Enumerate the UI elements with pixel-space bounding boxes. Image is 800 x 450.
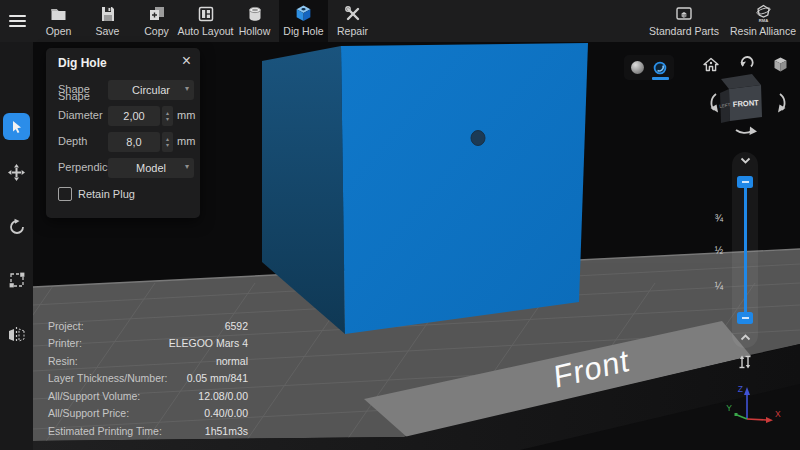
toolbar-open-label: Open: [46, 25, 72, 37]
spinner-down-icon: ▾: [166, 116, 169, 122]
retain-plug-label: Retain Plug: [78, 188, 135, 200]
rotate-left-arrow[interactable]: [711, 94, 719, 113]
move-tool-button[interactable]: [0, 157, 33, 187]
toolbar-dighole-button[interactable]: Dig Hole: [279, 0, 328, 42]
hamburger-icon: [9, 12, 26, 30]
slider-mark-three-quarters: ¾: [711, 213, 727, 224]
tool-sidebar: [0, 42, 33, 450]
toolbar-copy-button[interactable]: Copy: [132, 0, 181, 42]
depth-stepper[interactable]: ▴ ▾: [162, 132, 173, 152]
toolbar-resin-alliance-button[interactable]: RMA Resin Alliance: [728, 0, 798, 42]
rotate-icon: [8, 218, 26, 236]
menu-button[interactable]: [0, 0, 34, 42]
rotate-down-arrow[interactable]: [736, 127, 757, 136]
diameter-input[interactable]: 2,00: [108, 106, 160, 126]
toolbar-standard-parts-label: Standard Parts: [649, 25, 719, 37]
height-adjust-button[interactable]: [737, 354, 753, 370]
auto-layout-icon: [197, 4, 215, 23]
scale-tool-button[interactable]: [0, 265, 33, 295]
dig-hole-cube-icon: [294, 4, 313, 23]
save-floppy-icon: [99, 4, 117, 23]
wireframe-render-icon[interactable]: [653, 61, 667, 75]
dialog-title: Dig Hole: [58, 56, 107, 70]
repair-tools-icon: [344, 4, 362, 23]
dig-hole-marker[interactable]: [471, 131, 485, 146]
retain-plug-checkbox[interactable]: [58, 187, 72, 201]
chevron-down-icon: ▾: [185, 84, 189, 93]
navcube-front-label: FRONT: [733, 98, 760, 109]
height-adjust-icon: [737, 354, 753, 370]
close-icon[interactable]: ×: [182, 52, 191, 70]
shape-select[interactable]: Circular ▾: [108, 80, 194, 100]
depth-input[interactable]: 8,0: [108, 132, 160, 152]
mirror-icon: [7, 326, 26, 344]
diameter-stepper[interactable]: ▴ ▾: [162, 106, 173, 126]
depth-unit: mm: [177, 135, 195, 147]
toolbar-save-button[interactable]: Save: [83, 0, 132, 42]
depth-label: Depth: [58, 135, 87, 147]
copy-pages-icon: [148, 4, 166, 23]
shape-value: Circular: [132, 84, 170, 96]
model-cube[interactable]: [262, 43, 588, 334]
standard-parts-icon: [675, 4, 693, 23]
active-mode-indicator: [652, 77, 669, 80]
toolbar-autolayout-label: Auto Layout: [177, 25, 233, 37]
toolbar-save-label: Save: [96, 25, 120, 37]
slicer-app: Front Open Save: [0, 0, 800, 450]
toolbar-repair-button[interactable]: Repair: [328, 0, 377, 42]
perpendicular-select[interactable]: Model ▾: [108, 158, 194, 178]
diameter-unit: mm: [177, 109, 195, 121]
mirror-tool-button[interactable]: [0, 320, 33, 350]
toolbar-resin-alliance-label: Resin Alliance: [730, 25, 796, 37]
diameter-label: Diameter: [58, 109, 103, 121]
toolbar-hollow-button[interactable]: Hollow: [230, 0, 279, 42]
spinner-down-icon: ▾: [166, 142, 169, 148]
resin-alliance-icon: RMA: [754, 4, 773, 23]
navigation-cube[interactable]: FRONT LEFT: [708, 64, 790, 140]
cube-front-face: [341, 43, 588, 334]
toolbar-standard-parts-button[interactable]: Standard Parts: [640, 0, 728, 42]
shape-label: Shape: [58, 83, 90, 95]
slider-top-handle[interactable]: [737, 176, 753, 188]
render-mode-toggle: [624, 55, 674, 80]
slider-up-chevron[interactable]: [740, 157, 751, 164]
layer-slider-range: [744, 186, 747, 314]
cursor-arrow-icon: [9, 119, 25, 135]
toolbar-dighole-label: Dig Hole: [283, 25, 323, 37]
slider-mark-quarter: ¼: [711, 281, 727, 292]
rotate-tool-button[interactable]: [0, 212, 33, 242]
scale-icon: [8, 271, 26, 289]
slider-down-chevron[interactable]: [740, 334, 751, 341]
open-folder-icon: [49, 4, 68, 23]
toolbar-repair-label: Repair: [337, 25, 368, 37]
hollow-cylinder-icon: [246, 4, 264, 23]
slider-mark-half: ½: [711, 245, 727, 256]
main-toolbar: Open Save Copy Auto Layout Hollow: [0, 0, 800, 42]
select-tool-button[interactable]: [3, 113, 30, 140]
toolbar-open-button[interactable]: Open: [34, 0, 83, 42]
toolbar-copy-label: Copy: [144, 25, 169, 37]
solid-render-icon[interactable]: [631, 61, 644, 74]
slider-bottom-handle[interactable]: [737, 312, 753, 324]
rotate-right-arrow[interactable]: [778, 94, 786, 113]
toolbar-autolayout-button[interactable]: Auto Layout: [181, 0, 230, 42]
chevron-down-icon: ▾: [185, 162, 189, 171]
toolbar-hollow-label: Hollow: [239, 25, 271, 37]
perpendicular-value: Model: [136, 162, 166, 174]
move-icon: [7, 163, 26, 182]
dig-hole-dialog: Dig Hole × Shape Shape Circular ▾ Diamet…: [46, 48, 200, 218]
rma-badge-text: RMA: [758, 18, 768, 23]
